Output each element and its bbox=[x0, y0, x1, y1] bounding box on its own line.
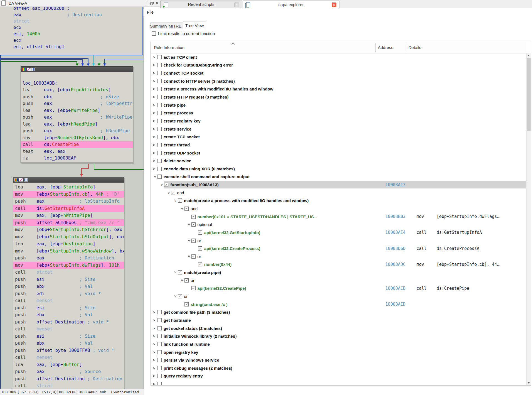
row-checkbox[interactable]: ✓ bbox=[198, 262, 202, 266]
row-checkbox[interactable] bbox=[157, 159, 162, 163]
tree-row[interactable]: >✓or bbox=[151, 237, 526, 245]
tree-row[interactable]: >create process bbox=[151, 109, 526, 117]
row-checkbox[interactable] bbox=[157, 71, 162, 75]
tab-capa-explorer[interactable]: capa explorer ✕ bbox=[243, 1, 339, 8]
collapse-icon[interactable]: > bbox=[173, 198, 178, 203]
tree-row[interactable]: >delete service bbox=[151, 157, 526, 165]
expand-icon[interactable]: > bbox=[153, 167, 157, 171]
row-checkbox[interactable]: ✓ bbox=[198, 246, 202, 251]
expand-icon[interactable]: > bbox=[153, 103, 157, 107]
expand-icon[interactable]: > bbox=[153, 318, 157, 322]
ida-graph-view[interactable]: offset asc_10000288 ;eax ; Destinationst… bbox=[0, 7, 144, 389]
tree-row[interactable]: >✓or bbox=[151, 276, 526, 284]
row-checkbox[interactable]: ✓ bbox=[164, 183, 168, 187]
row-checkbox[interactable]: ✓ bbox=[178, 294, 182, 298]
row-checkbox[interactable]: ✓ bbox=[178, 198, 182, 203]
row-checkbox[interactable] bbox=[157, 374, 162, 378]
row-checkbox[interactable]: ✓ bbox=[171, 191, 175, 195]
expand-icon[interactable]: > bbox=[153, 71, 157, 75]
tree-row[interactable]: >act as TCP client bbox=[151, 53, 526, 61]
restore-icon[interactable] bbox=[150, 2, 153, 5]
tree-row[interactable]: >✓api(kernel32.CreatePipe)10003ACBcall d… bbox=[151, 284, 526, 293]
limit-checkbox[interactable] bbox=[152, 31, 156, 36]
scroll-up-icon[interactable] bbox=[526, 53, 531, 58]
expand-icon[interactable]: > bbox=[153, 159, 157, 163]
row-checkbox[interactable] bbox=[157, 103, 162, 107]
row-checkbox[interactable]: ✓ bbox=[191, 286, 196, 290]
expand-icon[interactable]: > bbox=[153, 111, 157, 115]
vertical-scrollbar[interactable] bbox=[526, 53, 531, 385]
tree-row[interactable]: >✓string(cmd.exe /c )10003AED bbox=[151, 300, 526, 308]
tab-mitre[interactable]: MITRE bbox=[167, 23, 183, 29]
row-checkbox[interactable] bbox=[157, 79, 162, 83]
tree-row[interactable]: >query registry entry bbox=[151, 372, 526, 380]
tree-row[interactable]: >execute shell command and capture outpu… bbox=[151, 173, 526, 181]
node-edit-icon[interactable] bbox=[27, 68, 31, 71]
expand-icon[interactable]: > bbox=[153, 63, 157, 67]
row-checkbox[interactable]: ✓ bbox=[191, 254, 196, 259]
tree-row[interactable]: >✓api(kernel32.CreateProcess)10003D6Dcal… bbox=[151, 244, 526, 252]
tree-row[interactable]: >✓match(create pipe) bbox=[151, 268, 526, 276]
row-checkbox[interactable] bbox=[157, 358, 162, 362]
expand-icon[interactable]: > bbox=[153, 310, 157, 314]
collapse-icon[interactable]: > bbox=[153, 174, 157, 179]
expand-icon[interactable]: > bbox=[153, 326, 157, 330]
basic-block-loc-10003ABB[interactable]: loc_10003ABB:lea eax, [ebp+PipeAttribute… bbox=[21, 66, 133, 163]
expand-icon[interactable]: > bbox=[153, 366, 157, 370]
node-group-icon[interactable] bbox=[31, 68, 35, 71]
tab-tree-view[interactable]: Tree View bbox=[183, 21, 206, 30]
node-color-icon[interactable] bbox=[22, 68, 26, 71]
basic-block-top[interactable]: offset asc_10000288 ;eax ; Destinationst… bbox=[0, 7, 143, 55]
row-checkbox[interactable] bbox=[157, 167, 162, 171]
row-checkbox[interactable] bbox=[157, 95, 162, 99]
expand-icon[interactable]: > bbox=[153, 55, 157, 59]
expand-icon[interactable]: > bbox=[153, 342, 157, 346]
tree-row[interactable]: >✓number(0x101 = STARTF_USESTDHANDLES | … bbox=[151, 213, 526, 221]
close-icon[interactable]: ✕ bbox=[156, 1, 159, 5]
row-checkbox[interactable] bbox=[157, 342, 162, 346]
expand-icon[interactable]: > bbox=[153, 382, 157, 385]
tree-row[interactable]: >get socket status (2 matches) bbox=[151, 324, 526, 332]
row-checkbox[interactable] bbox=[157, 350, 162, 354]
row-checkbox[interactable] bbox=[157, 366, 162, 370]
basic-block-startupinfo[interactable]: lea eax, [ebp+StartupInfo]mov [ebp+Start… bbox=[13, 177, 124, 389]
tree-row[interactable]: >create service bbox=[151, 125, 526, 133]
row-checkbox[interactable]: ✓ bbox=[184, 278, 189, 283]
row-checkbox[interactable] bbox=[157, 127, 162, 131]
tree-row[interactable]: >✓function(sub_10003A13)10003A13 bbox=[151, 181, 526, 189]
tree-row[interactable]: >✓api(kernel32.GetStartupInfo)10003AE4ca… bbox=[151, 229, 526, 237]
row-checkbox[interactable] bbox=[157, 334, 162, 338]
collapse-icon[interactable]: > bbox=[187, 238, 191, 243]
row-checkbox[interactable] bbox=[157, 326, 162, 330]
tree-row[interactable]: >create a process with modified I/O hand… bbox=[151, 85, 526, 93]
node-color-icon[interactable] bbox=[14, 178, 18, 181]
column-address[interactable]: Address bbox=[378, 45, 393, 50]
expand-icon[interactable]: > bbox=[153, 358, 157, 362]
tree-row[interactable]: >create registry key bbox=[151, 117, 526, 125]
expand-icon[interactable]: > bbox=[153, 143, 157, 147]
row-checkbox[interactable] bbox=[157, 111, 162, 115]
tree-row[interactable]: >link function at runtime bbox=[151, 340, 526, 348]
row-checkbox[interactable]: ✓ bbox=[178, 270, 182, 274]
collapse-icon[interactable]: > bbox=[187, 222, 191, 227]
tree-row[interactable]: >initialize Winsock library (2 matches) bbox=[151, 332, 526, 340]
expand-icon[interactable]: > bbox=[153, 119, 157, 123]
node-group-icon[interactable] bbox=[24, 178, 28, 181]
row-checkbox[interactable] bbox=[157, 55, 162, 59]
row-checkbox[interactable]: ✓ bbox=[184, 207, 189, 211]
tree-row[interactable]: >✓match(create a process with modified I… bbox=[151, 197, 526, 205]
expand-icon[interactable]: > bbox=[153, 151, 157, 155]
expand-icon[interactable]: > bbox=[153, 79, 157, 83]
row-checkbox[interactable] bbox=[157, 119, 162, 123]
maximize-icon[interactable] bbox=[145, 2, 148, 5]
tree-row[interactable]: >open registry key bbox=[151, 348, 526, 356]
collapse-icon[interactable]: > bbox=[187, 254, 191, 259]
tree-row[interactable]: >get common file path (3 matches) bbox=[151, 308, 526, 317]
row-checkbox[interactable]: ✓ bbox=[198, 230, 202, 235]
expand-icon[interactable]: > bbox=[153, 127, 157, 131]
column-rule-information[interactable]: Rule Information bbox=[154, 45, 184, 50]
expand-icon[interactable]: > bbox=[153, 374, 157, 378]
row-checkbox[interactable] bbox=[157, 382, 162, 385]
tree-row[interactable]: >create pipe bbox=[151, 101, 526, 109]
tree-row[interactable]: >✓optional bbox=[151, 220, 526, 229]
